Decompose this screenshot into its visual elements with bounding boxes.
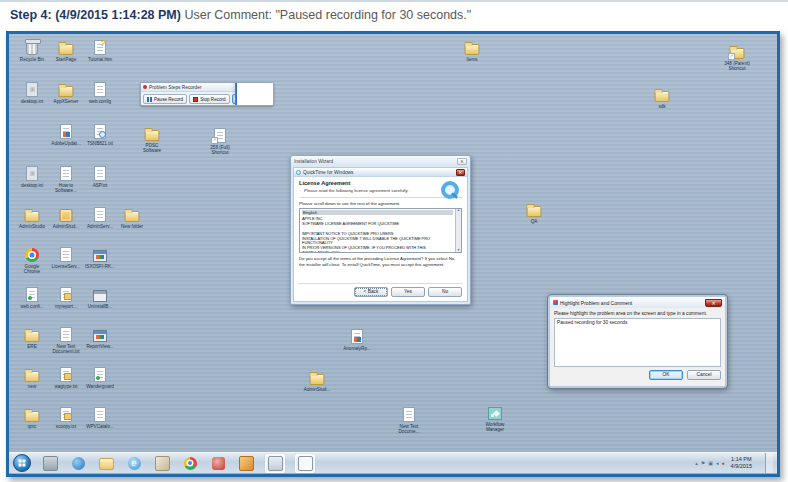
desktop-icon-258-full-shortcut[interactable]: ↗258 (Full) Shortcut <box>203 126 237 156</box>
desktop-icon-wanderguard[interactable]: Wanderguard <box>83 365 117 389</box>
desktop-icon-tsnb821-txt[interactable]: TSNB821.txt <box>83 122 117 146</box>
desktop-icon-new-text-document-txt[interactable]: New Text Document.txt <box>49 325 83 355</box>
comment-textarea[interactable]: Paused recording for 30 seconds <box>554 318 721 367</box>
desktop-icon-scoopy-txt[interactable]: scoopy.txt <box>49 405 83 429</box>
desktop-icon-label: ISXOSFI-RK... <box>83 264 117 269</box>
desktop-icon-adminstud[interactable]: AdminStud... <box>49 205 83 229</box>
close-icon[interactable]: ✕ <box>456 169 465 176</box>
shortcut-arrow-icon: ↗ <box>211 137 218 144</box>
taskbar-icon-internet-explorer[interactable]: e <box>125 455 143 472</box>
no-button[interactable]: No <box>428 287 462 297</box>
desktop-icon-reportview[interactable]: ReportView... <box>83 325 117 349</box>
desktop-icon-348-parent-shortcut[interactable]: ↗348 (Parent) Shortcut <box>720 42 754 72</box>
desktop-icon-desktop-ini[interactable]: desktop.ini <box>15 80 49 104</box>
desktop-icon-adminstud[interactable]: AdminStud... <box>300 368 334 392</box>
network-icon[interactable]: ▣ <box>708 461 713 466</box>
close-button[interactable]: ✕ <box>705 299 722 307</box>
doc-icon: ↗ <box>203 126 237 144</box>
desktop-icon-label: LicenseServ... <box>49 264 83 269</box>
desktop-icon-tutorial-htm[interactable]: Tutorial.htm <box>83 38 117 62</box>
pause-record-button[interactable]: Pause Record <box>143 94 187 104</box>
scrollbar[interactable]: ▲ ▼ <box>455 209 461 252</box>
show-desktop-button[interactable] <box>765 453 773 473</box>
desktop-icon-qa[interactable]: QA <box>517 200 551 224</box>
desktop-icon-recycle-bin[interactable]: Recycle Bin <box>15 38 49 62</box>
chrome-icon <box>15 245 49 263</box>
desktop-icon-appxserver[interactable]: AppXServer <box>49 80 83 104</box>
desktop-icon-web-confi[interactable]: web.confi... <box>15 285 49 309</box>
desktop-icon-new-text-docume[interactable]: New Text Docume... <box>392 405 426 435</box>
stop-record-button[interactable]: Stop Record <box>189 94 230 104</box>
license-subheading: Please read the following license agreem… <box>304 188 424 193</box>
taskbar: e ▴⚑▣◂● 1:14 PM 4/9/2015 <box>9 452 777 473</box>
desktop-icon-label: New Text Document.txt <box>49 344 83 355</box>
taskbar-icon-recorder-window[interactable] <box>295 454 315 473</box>
desktop-icon-wagtype-txt[interactable]: wagtype.txt <box>49 365 83 389</box>
desktop-icon-workflow-manager[interactable]: Workflow Manager <box>478 403 512 433</box>
action-flag-icon[interactable]: ⚑ <box>701 461 705 466</box>
taskbar-icon-explorer[interactable] <box>97 455 115 472</box>
alert-icon[interactable]: ● <box>722 461 725 466</box>
start-button[interactable] <box>13 454 31 472</box>
taskbar-icon-installer[interactable] <box>265 454 285 473</box>
desktop-icon-licenseserv[interactable]: LicenseServ... <box>49 245 83 269</box>
desktop-icon-adminstudio[interactable]: AdminStudio <box>15 205 49 229</box>
desktop-icon-qmc[interactable]: qmc <box>15 405 49 429</box>
add-comment-button[interactable]: Add Comment <box>232 94 274 104</box>
desktop-icon-adminserv[interactable]: AdminServ... <box>83 205 117 229</box>
license-textbox[interactable]: English APPLE INC. SOFTWARE LICENSE AGRE… <box>299 208 462 253</box>
back-button[interactable]: < Back <box>354 287 388 297</box>
desktop-icon-myreport[interactable]: myreport... <box>49 285 83 309</box>
installer-client-area: QuickTime for Windows ✕ License Agreemen… <box>293 167 468 302</box>
installer-titlebar[interactable]: Installation Wizard ✕ <box>291 156 470 166</box>
comment-dialog-body: Please highlight the problem area on the… <box>550 308 725 382</box>
show-hidden-icons-icon[interactable]: ▴ <box>695 461 698 466</box>
close-icon[interactable]: ✕ <box>457 158 467 165</box>
taskbar-icon-app-red[interactable] <box>209 455 227 472</box>
scroll-down-icon[interactable]: ▼ <box>457 249 460 253</box>
step-title: Step 4: (4/9/2015 1:14:28 PM) <box>10 8 181 22</box>
desktop-icon-label: AdminStud... <box>49 224 83 229</box>
doc-app-icon <box>340 327 374 345</box>
desktop-icon-label: desktop.ini <box>15 99 49 104</box>
desktop-icon-isxosfi-rk[interactable]: ISXOSFI-RK... <box>83 245 117 269</box>
desktop-icon-sdk[interactable]: sdk <box>645 85 679 109</box>
comment-instruction: Please highlight the problem area on the… <box>554 311 721 316</box>
ok-button[interactable]: OK <box>649 370 683 380</box>
scroll-up-icon[interactable]: ▲ <box>457 209 460 213</box>
desktop-icon-uninstallb[interactable]: UninstallB... <box>83 285 117 309</box>
desktop-icon-label: desktop.ini <box>15 183 49 188</box>
doc-icon <box>49 164 83 182</box>
desktop-icon-google-chrome[interactable]: Google Chrome <box>15 245 49 275</box>
desktop-icon-label: web.config <box>83 99 117 104</box>
language-selected[interactable]: English <box>302 210 453 215</box>
taskbar-icon-media-player[interactable] <box>69 455 87 472</box>
desktop-icon-new-folder[interactable]: New folder <box>115 205 149 229</box>
doc-icon <box>83 205 117 223</box>
volume-icon[interactable]: ◂ <box>716 461 719 466</box>
desktop-icon-label: Workflow Manager <box>478 422 512 433</box>
yes-button[interactable]: Yes <box>391 287 425 297</box>
desktop-icon-wpvcatalo[interactable]: WPVCatalo... <box>83 405 117 429</box>
taskbar-icon-photo-viewer[interactable] <box>237 455 255 472</box>
taskbar-icon-devices[interactable] <box>41 455 59 472</box>
desktop-icon-web-config[interactable]: web.config <box>83 80 117 104</box>
desktop-icon-how-to-software[interactable]: How to Software... <box>49 164 83 194</box>
taskbar-icon-chrome[interactable] <box>181 455 199 472</box>
license-heading: License Agreement <box>299 180 462 186</box>
desktop-icon-label: AdminServ... <box>83 224 117 229</box>
desktop-icon-ere[interactable]: ERE <box>15 325 49 349</box>
desktop-icon-asp-txt[interactable]: ASP.txt <box>83 164 117 188</box>
desktop-icon-adobeupdat[interactable]: AdobeUpdat... <box>49 122 83 146</box>
desktop-icon-startpage[interactable]: StartPage <box>49 38 83 62</box>
taskbar-icon-notes[interactable] <box>153 455 171 472</box>
cancel-button[interactable]: Cancel <box>687 370 721 380</box>
comment-dialog-titlebar[interactable]: Highlight Problem and Comment ✕ <box>550 297 725 308</box>
taskbar-clock[interactable]: 1:14 PM 4/9/2015 <box>731 456 752 470</box>
quicktime-inner-titlebar[interactable]: QuickTime for Windows ✕ <box>294 168 467 177</box>
desktop-icon-anomalyrp[interactable]: AnomalyRp... <box>340 327 374 351</box>
desktop-icon-new[interactable]: new <box>15 365 49 389</box>
desktop-icon-items[interactable]: Items <box>455 38 489 62</box>
desktop-icon-pdsc-software[interactable]: PDSC Software <box>135 124 169 154</box>
desktop-icon-desktop-ini[interactable]: desktop.ini <box>15 164 49 188</box>
